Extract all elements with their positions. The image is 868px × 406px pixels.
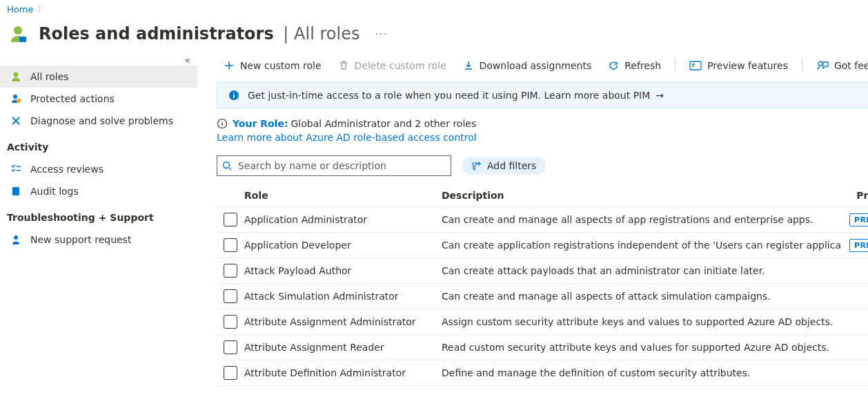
trash-icon xyxy=(338,60,349,71)
role-name-cell: Attack Payload Author xyxy=(244,265,442,276)
column-header-description[interactable]: Description xyxy=(442,190,849,201)
chevron-right-icon: 〉 xyxy=(37,4,45,14)
refresh-icon xyxy=(608,60,619,71)
search-box xyxy=(217,155,451,176)
more-menu-button[interactable]: ··· xyxy=(375,28,388,39)
role-description-cell: Can create attack payloads that an admin… xyxy=(442,265,849,276)
new-custom-role-button[interactable]: New custom role xyxy=(217,57,328,74)
diagnose-icon xyxy=(10,115,22,126)
sidebar-item-diagnose[interactable]: Diagnose and solve problems xyxy=(0,110,197,132)
feedback-icon xyxy=(816,60,829,71)
svg-rect-1 xyxy=(19,37,26,42)
sidebar-item-label: Protected actions xyxy=(30,93,115,104)
your-role-line: Your Role: Global Administrator and 2 ot… xyxy=(217,118,868,129)
sidebar-section-troubleshooting: Troubleshooting + Support xyxy=(0,202,197,229)
role-description-cell: Read custom security attribute keys and … xyxy=(442,342,849,353)
preview-features-button[interactable]: Preview features xyxy=(682,57,795,74)
svg-point-2 xyxy=(14,72,19,77)
refresh-button[interactable]: Refresh xyxy=(601,57,668,74)
svg-point-11 xyxy=(224,162,230,168)
add-filters-button[interactable]: Add filters xyxy=(462,157,546,175)
column-header-role[interactable]: Role xyxy=(244,190,442,201)
table-row[interactable]: Attribute Assignment ReaderRead custom s… xyxy=(217,335,868,360)
sidebar-item-label: New support request xyxy=(30,234,131,245)
svg-rect-7 xyxy=(690,61,701,70)
table-header-row: Role Description Privileged xyxy=(217,184,868,207)
learn-more-link[interactable]: Learn more about Azure AD role-based acc… xyxy=(217,132,477,143)
role-privileged-cell: PRIVILEGED xyxy=(849,213,868,226)
row-checkbox[interactable] xyxy=(224,315,237,329)
toolbar-separator xyxy=(675,59,675,72)
table-row[interactable]: Attack Simulation AdministratorCan creat… xyxy=(217,284,868,309)
sidebar-item-label: Access reviews xyxy=(30,164,103,175)
pim-info-banner[interactable]: Get just-in-time access to a role when y… xyxy=(217,82,868,108)
sidebar-item-new-support-request[interactable]: New support request xyxy=(0,229,197,251)
column-header-privileged[interactable]: Privileged xyxy=(849,190,868,201)
table-row[interactable]: Attack Payload AuthorCan create attack p… xyxy=(217,258,868,284)
delete-custom-role-button: Delete custom role xyxy=(331,57,453,74)
filter-row: Add filters xyxy=(217,155,868,176)
role-description-cell: Can create application registrations ind… xyxy=(442,240,849,251)
row-checkbox[interactable] xyxy=(224,213,237,226)
shield-person-icon xyxy=(10,93,22,104)
sidebar-item-protected-actions[interactable]: Protected actions xyxy=(0,88,197,110)
toolbar: New custom role Delete custom role Downl… xyxy=(217,55,868,82)
svg-point-4 xyxy=(17,99,21,103)
sidebar-section-activity: Activity xyxy=(0,132,197,158)
row-checkbox[interactable] xyxy=(224,340,237,354)
role-description-cell: Can create and manage all aspects of app… xyxy=(442,214,849,225)
table-row[interactable]: Attribute Assignment AdministratorAssign… xyxy=(217,309,868,335)
search-input[interactable] xyxy=(217,155,451,176)
page-subtitle: | All roles xyxy=(278,24,360,44)
got-feedback-button[interactable]: Got feedback? xyxy=(809,57,868,74)
role-privileged-cell: PRIVILEGED xyxy=(849,239,868,252)
page-title: Roles and administrators xyxy=(39,24,274,44)
role-name-cell: Application Administrator xyxy=(244,214,442,225)
filter-add-icon xyxy=(472,161,483,171)
table-row[interactable]: Attribute Definition AdministratorDefine… xyxy=(217,360,868,386)
role-name-cell: Attribute Assignment Administrator xyxy=(244,316,442,327)
plus-icon xyxy=(224,60,235,71)
row-checkbox[interactable] xyxy=(224,366,237,380)
download-assignments-button[interactable]: Download assignments xyxy=(456,57,599,74)
preview-icon xyxy=(689,61,702,70)
row-checkbox[interactable] xyxy=(224,264,237,278)
arrow-right-icon: → xyxy=(655,90,664,101)
row-checkbox[interactable] xyxy=(224,289,237,303)
toolbar-separator xyxy=(802,59,802,72)
svg-rect-5 xyxy=(12,187,19,195)
person-icon xyxy=(10,71,22,82)
svg-point-8 xyxy=(818,61,822,66)
collapse-sidebar-button[interactable]: « xyxy=(0,55,197,66)
banner-text: Get just-in-time access to a role when y… xyxy=(248,90,650,101)
sidebar-item-all-roles[interactable]: All roles xyxy=(0,66,197,88)
svg-point-0 xyxy=(14,26,22,35)
privileged-badge: PRIVILEGED xyxy=(849,213,868,226)
info-icon xyxy=(228,90,239,101)
role-description-cell: Assign custom security attribute keys an… xyxy=(442,316,849,327)
svg-point-3 xyxy=(13,95,17,99)
sidebar-item-label: Diagnose and solve problems xyxy=(30,115,173,126)
svg-point-6 xyxy=(14,235,18,240)
page-header: Roles and administrators | All roles ··· xyxy=(0,19,868,55)
sidebar-item-label: All roles xyxy=(30,71,69,82)
role-name-cell: Attribute Assignment Reader xyxy=(244,342,442,353)
main-content: New custom role Delete custom role Downl… xyxy=(200,55,868,386)
sidebar-item-label: Audit logs xyxy=(30,186,79,197)
admin-person-icon xyxy=(7,23,29,45)
sidebar-item-audit-logs[interactable]: Audit logs xyxy=(0,180,197,202)
info-outline-icon xyxy=(217,118,228,129)
breadcrumb-home-link[interactable]: Home xyxy=(7,4,33,14)
search-icon xyxy=(222,161,232,171)
role-name-cell: Application Developer xyxy=(244,240,442,251)
checklist-icon xyxy=(10,164,22,175)
table-row[interactable]: Application DeveloperCan create applicat… xyxy=(217,233,868,258)
your-role-label: Your Role: xyxy=(233,118,288,129)
role-description-cell: Can create and manage all aspects of att… xyxy=(442,291,849,302)
your-role-value: Global Administrator and 2 other roles xyxy=(291,118,477,129)
privileged-badge: PRIVILEGED xyxy=(849,239,868,252)
row-checkbox[interactable] xyxy=(224,238,237,252)
sidebar-item-access-reviews[interactable]: Access reviews xyxy=(0,158,197,180)
role-description-cell: Define and manage the definition of cust… xyxy=(442,367,849,378)
table-row[interactable]: Application AdministratorCan create and … xyxy=(217,207,868,233)
